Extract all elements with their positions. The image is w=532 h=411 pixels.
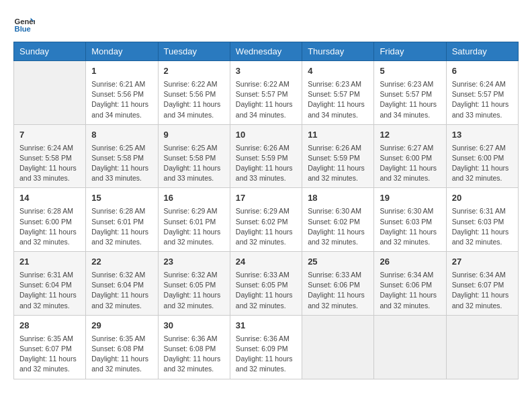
day-info: Sunrise: 6:30 AMSunset: 6:03 PMDaylight:… [380, 206, 440, 247]
day-number: 11 [308, 129, 368, 142]
day-info: Sunrise: 6:29 AMSunset: 6:02 PMDaylight:… [236, 206, 296, 247]
day-number: 28 [19, 320, 80, 332]
calendar-week-4: 21Sunrise: 6:31 AMSunset: 6:04 PMDayligh… [14, 252, 519, 316]
day-info: Sunrise: 6:23 AMSunset: 5:57 PMDaylight:… [380, 79, 440, 120]
day-number: 1 [91, 65, 152, 78]
day-number: 26 [380, 256, 440, 269]
day-number: 30 [164, 320, 224, 332]
calendar-cell: 8Sunrise: 6:25 AMSunset: 5:58 PMDaylight… [86, 124, 158, 188]
day-info: Sunrise: 6:23 AMSunset: 5:57 PMDaylight:… [308, 79, 368, 120]
day-number: 7 [19, 129, 80, 142]
calendar-cell: 26Sunrise: 6:34 AMSunset: 6:06 PMDayligh… [374, 252, 446, 316]
calendar-cell: 23Sunrise: 6:32 AMSunset: 6:05 PMDayligh… [158, 252, 230, 316]
day-number: 31 [236, 320, 296, 332]
calendar-cell: 13Sunrise: 6:27 AMSunset: 6:00 PMDayligh… [446, 124, 518, 188]
calendar-cell [446, 315, 518, 379]
day-info: Sunrise: 6:27 AMSunset: 6:00 PMDaylight:… [452, 143, 513, 184]
calendar-cell [14, 61, 86, 125]
day-info: Sunrise: 6:30 AMSunset: 6:02 PMDaylight:… [308, 206, 368, 247]
day-number: 16 [164, 192, 224, 205]
day-info: Sunrise: 6:36 AMSunset: 6:09 PMDaylight:… [236, 334, 296, 375]
day-info: Sunrise: 6:31 AMSunset: 6:04 PMDaylight:… [19, 270, 80, 311]
column-header-monday: Monday [86, 42, 158, 61]
column-header-thursday: Thursday [302, 42, 374, 61]
day-number: 8 [91, 129, 152, 142]
day-number: 24 [236, 256, 296, 269]
column-header-tuesday: Tuesday [158, 42, 230, 61]
day-info: Sunrise: 6:26 AMSunset: 5:59 PMDaylight:… [236, 143, 296, 184]
calendar-cell: 16Sunrise: 6:29 AMSunset: 6:01 PMDayligh… [158, 188, 230, 252]
day-number: 22 [91, 256, 152, 269]
calendar-cell [302, 315, 374, 379]
day-info: Sunrise: 6:31 AMSunset: 6:03 PMDaylight:… [452, 206, 513, 247]
calendar-cell: 18Sunrise: 6:30 AMSunset: 6:02 PMDayligh… [302, 188, 374, 252]
calendar-table: SundayMondayTuesdayWednesdayThursdayFrid… [13, 42, 519, 379]
calendar-cell: 9Sunrise: 6:25 AMSunset: 5:58 PMDaylight… [158, 124, 230, 188]
svg-text:General: General [15, 17, 35, 26]
day-number: 3 [236, 65, 296, 78]
day-info: Sunrise: 6:35 AMSunset: 6:08 PMDaylight:… [91, 334, 152, 375]
day-number: 17 [236, 192, 296, 205]
calendar-cell: 27Sunrise: 6:34 AMSunset: 6:07 PMDayligh… [446, 252, 518, 316]
day-info: Sunrise: 6:35 AMSunset: 6:07 PMDaylight:… [19, 334, 80, 375]
day-info: Sunrise: 6:29 AMSunset: 6:01 PMDaylight:… [164, 206, 224, 247]
calendar-cell: 22Sunrise: 6:32 AMSunset: 6:04 PMDayligh… [86, 252, 158, 316]
day-number: 15 [91, 192, 152, 205]
day-number: 18 [308, 192, 368, 205]
calendar-cell: 29Sunrise: 6:35 AMSunset: 6:08 PMDayligh… [86, 315, 158, 379]
day-info: Sunrise: 6:36 AMSunset: 6:08 PMDaylight:… [164, 334, 224, 375]
day-number: 6 [452, 65, 513, 78]
calendar-cell: 11Sunrise: 6:26 AMSunset: 5:59 PMDayligh… [302, 124, 374, 188]
logo: General Blue [13, 13, 35, 35]
calendar-cell: 6Sunrise: 6:24 AMSunset: 5:57 PMDaylight… [446, 61, 518, 125]
calendar-cell: 25Sunrise: 6:33 AMSunset: 6:06 PMDayligh… [302, 252, 374, 316]
calendar-week-1: 1Sunrise: 6:21 AMSunset: 5:56 PMDaylight… [14, 61, 519, 125]
calendar-cell: 31Sunrise: 6:36 AMSunset: 6:09 PMDayligh… [230, 315, 302, 379]
calendar-cell: 1Sunrise: 6:21 AMSunset: 5:56 PMDaylight… [86, 61, 158, 125]
column-header-sunday: Sunday [14, 42, 86, 61]
column-header-saturday: Saturday [446, 42, 518, 61]
day-number: 10 [236, 129, 296, 142]
day-info: Sunrise: 6:33 AMSunset: 6:06 PMDaylight:… [308, 270, 368, 311]
day-info: Sunrise: 6:32 AMSunset: 6:05 PMDaylight:… [164, 270, 224, 311]
day-info: Sunrise: 6:28 AMSunset: 6:00 PMDaylight:… [19, 206, 80, 247]
calendar-cell: 5Sunrise: 6:23 AMSunset: 5:57 PMDaylight… [374, 61, 446, 125]
calendar-cell: 20Sunrise: 6:31 AMSunset: 6:03 PMDayligh… [446, 188, 518, 252]
calendar-cell: 15Sunrise: 6:28 AMSunset: 6:01 PMDayligh… [86, 188, 158, 252]
day-number: 9 [164, 129, 224, 142]
day-info: Sunrise: 6:25 AMSunset: 5:58 PMDaylight:… [91, 143, 152, 184]
day-info: Sunrise: 6:26 AMSunset: 5:59 PMDaylight:… [308, 143, 368, 184]
calendar-week-5: 28Sunrise: 6:35 AMSunset: 6:07 PMDayligh… [14, 315, 519, 379]
day-info: Sunrise: 6:34 AMSunset: 6:07 PMDaylight:… [452, 270, 513, 311]
calendar-cell: 28Sunrise: 6:35 AMSunset: 6:07 PMDayligh… [14, 315, 86, 379]
calendar-cell: 7Sunrise: 6:24 AMSunset: 5:58 PMDaylight… [14, 124, 86, 188]
calendar-cell [374, 315, 446, 379]
day-number: 4 [308, 65, 368, 78]
calendar-week-2: 7Sunrise: 6:24 AMSunset: 5:58 PMDaylight… [14, 124, 519, 188]
day-number: 25 [308, 256, 368, 269]
calendar-week-3: 14Sunrise: 6:28 AMSunset: 6:00 PMDayligh… [14, 188, 519, 252]
day-info: Sunrise: 6:22 AMSunset: 5:56 PMDaylight:… [164, 79, 224, 120]
day-info: Sunrise: 6:22 AMSunset: 5:57 PMDaylight:… [236, 79, 296, 120]
day-info: Sunrise: 6:25 AMSunset: 5:58 PMDaylight:… [164, 143, 224, 184]
day-number: 27 [452, 256, 513, 269]
day-number: 20 [452, 192, 513, 205]
calendar-body: 1Sunrise: 6:21 AMSunset: 5:56 PMDaylight… [14, 61, 519, 379]
day-info: Sunrise: 6:34 AMSunset: 6:06 PMDaylight:… [380, 270, 440, 311]
logo-icon: General Blue [13, 13, 35, 35]
page-header: General Blue [13, 13, 519, 35]
day-number: 2 [164, 65, 224, 78]
day-info: Sunrise: 6:21 AMSunset: 5:56 PMDaylight:… [91, 79, 152, 120]
calendar-cell: 10Sunrise: 6:26 AMSunset: 5:59 PMDayligh… [230, 124, 302, 188]
calendar-cell: 24Sunrise: 6:33 AMSunset: 6:05 PMDayligh… [230, 252, 302, 316]
column-header-friday: Friday [374, 42, 446, 61]
calendar-cell: 12Sunrise: 6:27 AMSunset: 6:00 PMDayligh… [374, 124, 446, 188]
day-number: 14 [19, 192, 80, 205]
day-number: 12 [380, 129, 440, 142]
calendar-cell: 19Sunrise: 6:30 AMSunset: 6:03 PMDayligh… [374, 188, 446, 252]
calendar-cell: 2Sunrise: 6:22 AMSunset: 5:56 PMDaylight… [158, 61, 230, 125]
day-number: 13 [452, 129, 513, 142]
day-info: Sunrise: 6:33 AMSunset: 6:05 PMDaylight:… [236, 270, 296, 311]
day-info: Sunrise: 6:24 AMSunset: 5:58 PMDaylight:… [19, 143, 80, 184]
calendar-cell: 3Sunrise: 6:22 AMSunset: 5:57 PMDaylight… [230, 61, 302, 125]
